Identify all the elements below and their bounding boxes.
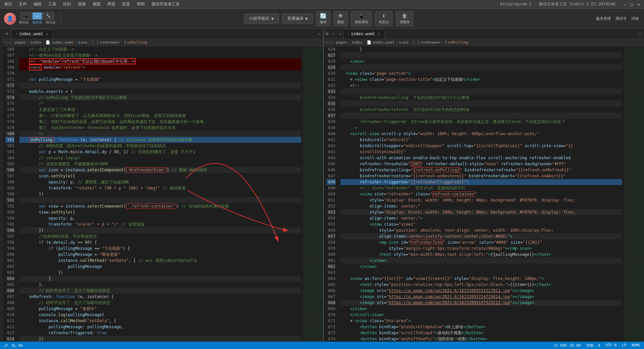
code-line: <!--使用wxs自定义实现下拉刷新-->	[19, 52, 301, 58]
editor-btn-active[interactable]: ✏️	[33, 12, 42, 19]
code-line: style="position: absolute; text-align: c…	[341, 227, 622, 233]
code-line: <!-- slot="refresher" 官方slot，里面的内容不行	[341, 185, 622, 191]
right-nav-fwd2[interactable]: →	[330, 40, 332, 45]
menu-item-settings[interactable]: 设置	[121, 1, 131, 8]
code-line: refresher-threshold="{80}" refresher-def…	[341, 161, 622, 167]
code-line: /*	[19, 101, 301, 107]
code-line: style="display: block; width: 100%; heig…	[341, 197, 622, 203]
code-line: */	[19, 131, 301, 137]
version-mgr-btn[interactable]: 版本管理	[595, 15, 612, 22]
right-tab-close[interactable]: ✕	[378, 32, 380, 36]
env-dropdown[interactable]: 普通编译▼	[282, 14, 313, 23]
left-code-lines: <!--自定义下拉刷新--> <!--使用wxs自定义实现下拉刷新--> <!-…	[17, 46, 303, 342]
bc-file[interactable]: index.wxml	[51, 40, 73, 45]
code-line: refresher-triggered 为true是小程序设定的，异步操作完成之…	[341, 119, 622, 125]
clear-cache-btn[interactable]: 🗑 清缓存	[396, 11, 413, 26]
simulator-btn[interactable]: 📱	[20, 12, 32, 19]
mode-dropdown[interactable]: 小程序模式▼	[244, 14, 279, 23]
menu-item-project[interactable]: 项目	[3, 1, 13, 8]
code-line: <!--	[341, 82, 622, 89]
bc-unknown[interactable]: <unknown>	[100, 40, 120, 45]
menu-item-view[interactable]: 视图	[91, 1, 102, 8]
window-maximize[interactable]: □	[629, 2, 634, 7]
code-line: <view class="page-section">	[341, 70, 622, 76]
rbc-onpulling[interactable]: onPulling	[448, 40, 468, 45]
code-line: 第二、找到下拉动画的容器，设置它的缩放，达到看起来越往下拉，容器越来越大的一个效…	[19, 119, 301, 125]
code-line: <!--"module="refresh"可以让我们在wxml中引用-->	[19, 58, 301, 64]
editor-label: 编辑器	[32, 20, 42, 25]
menu-item-help[interactable]: 帮助	[135, 1, 146, 8]
code-line: })	[19, 191, 301, 197]
left-nav-back[interactable]: ←	[5, 40, 8, 45]
code-line: </wxs>	[341, 58, 622, 64]
menu-item-tools[interactable]: 工具	[47, 1, 58, 8]
rbc-index[interactable]: index	[351, 40, 362, 45]
code-line: // 此时手拉开了，进入了加载中的状态	[19, 300, 301, 306]
code-line: scroll-with-animation enable-back-to-top…	[341, 155, 622, 161]
menu-item-file[interactable]: 文件	[17, 1, 28, 8]
right-line-numbers: 626 627 628 629 630 631 632 633 634 635 …	[324, 46, 339, 342]
menu-item-edit[interactable]: 编辑	[32, 1, 43, 8]
rbc-file[interactable]: index.wxml	[372, 40, 395, 45]
code-line: view.setStyle({	[19, 209, 301, 215]
detail-btn[interactable]: 详情	[630, 15, 640, 22]
rbc-wxs[interactable]: wxs	[402, 40, 409, 45]
right-nav-back[interactable]: ←	[330, 30, 337, 38]
right-tab-menu[interactable]: ⋯	[636, 30, 644, 38]
debugger-btn[interactable]: 🔧	[42, 12, 54, 19]
code-line: ▼ <view class="page-section-title">自定义下拉…	[341, 76, 622, 82]
left-tab-menu[interactable]: ⋯	[315, 30, 323, 38]
bc-wxs[interactable]: wxs	[81, 40, 88, 45]
code-line	[19, 197, 301, 203]
right-code-content[interactable]: 626 627 628 629 630 631 632 633 634 635 …	[324, 46, 644, 342]
left-tab-close[interactable]: ✕	[46, 32, 48, 36]
code-line	[341, 101, 622, 107]
code-line: transform: "rotate(" + (90 + p * 180) + …	[19, 185, 301, 191]
code-line: instance.callMethod("setData", {	[19, 318, 301, 324]
left-tab-add[interactable]: +	[3, 29, 11, 38]
cut-bg-btn[interactable]: ⬇️ 切后台	[375, 11, 393, 26]
code-line-648: refresher-triggered="{{refresherTriggere…	[341, 179, 622, 185]
right-file-tab[interactable]: ⚡ index.wxml ✕	[343, 29, 385, 39]
left-file-tab[interactable]: ⚡ index.wxml ✕	[11, 29, 53, 39]
code-line: bindscroll="onScroll"	[341, 137, 622, 143]
code-line: bindrefresherpulling 下拉的过程当中我们干什么事情	[341, 95, 622, 101]
bc-pages[interactable]: pages	[15, 40, 26, 45]
code-line: // console.log(p)	[19, 155, 301, 161]
right-nav-fwd[interactable]: →	[337, 30, 343, 38]
code-line: module.exports = {	[19, 89, 301, 95]
compile-btn[interactable]: 🔄 编译	[316, 11, 330, 26]
bc-onpulling[interactable]: onPulling	[127, 40, 147, 45]
rbc-pages[interactable]: pages	[336, 40, 347, 45]
test-btn[interactable]: 测试号	[614, 15, 628, 22]
git-icon[interactable]: ⎇	[3, 343, 8, 348]
menu-item-wechat[interactable]: 微信开发者工具	[150, 1, 181, 8]
code-line: opacity: p, // 透明度，越往下拉越清晰	[19, 179, 301, 185]
code-line: })	[19, 336, 301, 342]
avatar: 👤	[4, 13, 16, 25]
window-minimize[interactable]: —	[622, 2, 627, 7]
menu-item-interface[interactable]: 界面	[106, 1, 117, 8]
code-line: style="display: block; width: 100%; heig…	[341, 209, 622, 215]
window-close[interactable]: ✕	[636, 2, 641, 7]
code-line: bindrefresherrestore="{{refresh.onRestor…	[341, 173, 622, 179]
code-line: <button bindtap="plusScrollUpValue">向上滚动…	[341, 324, 622, 330]
rbc-unknown[interactable]: <unknown>	[421, 40, 441, 45]
right-pane-icon[interactable]: ⊞	[324, 30, 331, 38]
menu-item-goto[interactable]: 转到	[62, 1, 72, 8]
simulator-label: 模拟器	[19, 20, 29, 25]
real-device-btn[interactable]: 📱 真机调试	[351, 11, 372, 26]
bc-index[interactable]: index	[31, 40, 42, 45]
code-line: 主要是做了三件事情：	[19, 107, 301, 113]
code-line: opacity: p,	[19, 215, 301, 221]
left-code-content[interactable]: 566 567 568 569 570 571 572 573 574 575 …	[3, 46, 323, 342]
right-nav-back2[interactable]: ←	[327, 40, 329, 45]
preview-btn[interactable]: 👁 预览	[334, 11, 348, 26]
code-line: if (e.detail.dy >= 80) {	[19, 239, 301, 245]
code-line: if (pullingMessage == "下拉刷新") {	[19, 245, 301, 251]
right-tab-name: index.wxml	[351, 32, 375, 36]
menu-item-select[interactable]: 选择	[76, 1, 87, 8]
left-nav-fwd[interactable]: →	[9, 40, 11, 45]
code-line: })	[19, 270, 301, 276]
code-line: // onPulling 下拉的过程当中我们干什么事情	[19, 95, 301, 101]
